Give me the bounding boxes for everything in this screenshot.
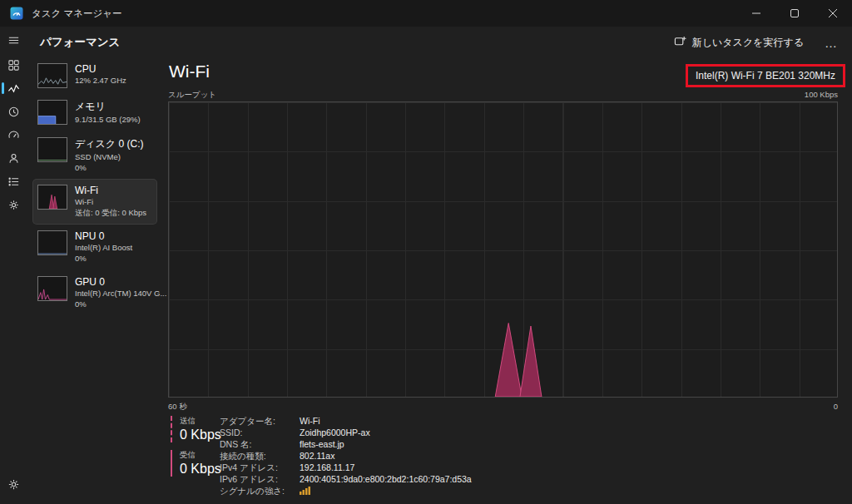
perf-item-stat2: 0%	[75, 299, 152, 310]
detail-value-signal	[300, 486, 472, 497]
perf-item-wifi[interactable]: Wi-Fi Wi-Fi 送信: 0 受信: 0 Kbps	[33, 180, 156, 224]
users-icon	[7, 152, 20, 165]
detail-label: IPv4 アドレス:	[220, 462, 296, 473]
detail-value: 802.11ax	[300, 451, 472, 462]
detail-value: 192.168.11.17	[300, 462, 472, 473]
settings-gear-icon	[7, 478, 20, 491]
chart-timespan-label: 60 秒	[168, 402, 187, 413]
resource-title: Wi-Fi	[169, 62, 210, 82]
nav-services[interactable]	[0, 193, 27, 216]
perf-item-stat2: 送信: 0 受信: 0 Kbps	[75, 208, 146, 219]
chart-metric-label: スループット	[168, 90, 216, 101]
chart-max-label: 100 Kbps	[805, 90, 838, 101]
detail-label: DNS 名:	[220, 439, 296, 450]
minimize-button[interactable]	[737, 0, 775, 27]
services-icon	[7, 199, 20, 211]
perf-item-memory[interactable]: メモリ 9.1/31.5 GB (29%)	[33, 95, 156, 131]
perf-item-stat: SSD (NVMe)	[75, 152, 143, 163]
processes-icon	[7, 59, 20, 72]
detail-value: Wi-Fi	[300, 416, 472, 427]
perf-item-cpu[interactable]: CPU 12% 2.47 GHz	[33, 58, 156, 93]
send-value: 0 Kbps	[180, 427, 217, 442]
send-legend: 送信 0 Kbps	[171, 416, 217, 442]
adapter-name: Intel(R) Wi-Fi 7 BE201 320MHz	[696, 70, 835, 82]
perf-item-gpu0[interactable]: GPU 0 Intel(R) Arc(TM) 140V G... 0%	[33, 271, 156, 315]
header-actions: 新しいタスクを実行する …	[666, 30, 852, 55]
receive-label: 受信	[180, 450, 217, 461]
signal-strength-icon	[300, 486, 311, 497]
detail-value: flets-east.jp	[300, 439, 472, 450]
perf-item-stat: Wi-Fi	[75, 197, 146, 208]
performance-icon	[7, 82, 20, 95]
perf-item-name: Wi-Fi	[75, 185, 146, 196]
task-manager-window: タスク マネージャー パフォーマンス 新し	[0, 0, 852, 504]
perf-item-stat2: 0%	[75, 163, 143, 174]
adapter-name-annotation: Intel(R) Wi-Fi 7 BE201 320MHz	[686, 64, 845, 87]
detail-label: IPv6 アドレス:	[220, 474, 296, 485]
maximize-button[interactable]	[775, 0, 814, 27]
npu-mini-graph	[37, 230, 67, 255]
perf-item-disk0[interactable]: ディスク 0 (C:) SSD (NVMe) 0%	[33, 132, 156, 179]
close-button[interactable]	[814, 0, 852, 27]
perf-item-name: NPU 0	[75, 230, 132, 242]
startup-apps-icon	[7, 129, 20, 141]
titlebar: タスク マネージャー	[0, 0, 852, 27]
run-new-task-label: 新しいタスクを実行する	[692, 36, 804, 50]
new-task-icon	[674, 35, 686, 50]
window-controls	[737, 0, 852, 27]
detail-value: 2400:4051:9da0:e800:2bd2:1c60:79a7:d53a	[300, 474, 472, 485]
detail-label: SSID:	[220, 427, 296, 438]
receive-value: 0 Kbps	[180, 462, 217, 477]
detail-label: シグナルの強さ:	[220, 486, 296, 497]
detail-value: Zoidhp6000HP-ax	[300, 427, 472, 438]
chart-now-label: 0	[834, 402, 838, 413]
perf-item-stat: Intel(R) Arc(TM) 140V G...	[75, 289, 152, 299]
menu-button[interactable]	[0, 28, 27, 52]
nav-performance[interactable]	[0, 77, 27, 100]
nav-processes[interactable]	[0, 53, 27, 77]
perf-item-name: ディスク 0 (C:)	[75, 137, 143, 151]
send-label: 送信	[180, 416, 217, 427]
memory-mini-graph	[37, 100, 67, 125]
disk-mini-graph	[37, 137, 67, 162]
gpu-mini-graph	[37, 276, 67, 301]
nav-details[interactable]	[0, 170, 27, 193]
page-header: パフォーマンス 新しいタスクを実行する …	[27, 27, 852, 58]
perf-item-stat: 9.1/31.5 GB (29%)	[75, 115, 141, 126]
throughput-chart	[168, 101, 838, 398]
chart-header: スループット 100 Kbps	[168, 90, 838, 101]
nav-startup-apps[interactable]	[0, 123, 27, 146]
perf-item-stat: 12% 2.47 GHz	[75, 76, 126, 86]
window-title: タスク マネージャー	[32, 7, 122, 20]
perf-item-stat2: 0%	[75, 254, 132, 264]
task-manager-app-icon	[10, 7, 23, 20]
nav-settings[interactable]	[0, 472, 27, 496]
throughput-legend: 送信 0 Kbps 受信 0 Kbps	[171, 416, 217, 484]
perf-item-name: CPU	[75, 63, 126, 75]
detail-label: アダプター名:	[220, 416, 296, 427]
chart-footer: 60 秒 0	[168, 402, 838, 413]
wifi-mini-graph	[37, 185, 67, 210]
perf-item-stat: Intel(R) AI Boost	[75, 243, 132, 254]
detail-label: 接続の種類:	[220, 451, 296, 462]
cpu-mini-graph	[37, 63, 67, 88]
app-history-icon	[7, 106, 20, 118]
performance-list: CPU 12% 2.47 GHz メモリ 9.1/31.5 GB (29%)	[33, 58, 156, 316]
hamburger-icon	[7, 34, 20, 47]
perf-item-name: GPU 0	[75, 276, 152, 288]
nav-rail	[0, 27, 27, 504]
more-options-button[interactable]: …	[819, 32, 844, 53]
connection-details: アダプター名: Wi-Fi SSID: Zoidhp6000HP-ax DNS …	[220, 416, 472, 497]
nav-users[interactable]	[0, 146, 27, 170]
run-new-task-button[interactable]: 新しいタスクを実行する	[666, 30, 812, 55]
nav-app-history[interactable]	[0, 100, 27, 123]
details-icon	[7, 175, 20, 188]
perf-item-name: メモリ	[75, 100, 141, 114]
perf-item-npu0[interactable]: NPU 0 Intel(R) AI Boost 0%	[33, 225, 156, 269]
receive-legend: 受信 0 Kbps	[171, 450, 217, 477]
page-title: パフォーマンス	[40, 35, 120, 50]
throughput-series	[169, 102, 837, 397]
